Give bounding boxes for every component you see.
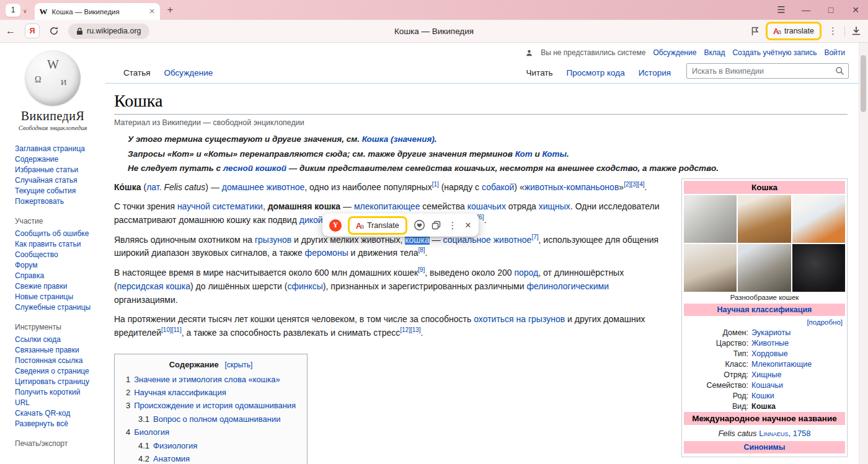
text-link[interactable]: домашнее животное [222,182,304,192]
sidebar-item[interactable]: Сведения о странице [15,366,92,377]
text-link[interactable]: Кот [515,149,533,159]
text-link[interactable]: млекопитающее [354,201,420,211]
scrollbar-thumb[interactable] [861,55,866,112]
toc-item[interactable]: 3Происхождение и история одомашнивания [126,399,296,412]
personal-link-create-account[interactable]: Создать учётную запись [732,48,817,57]
personal-link-discussion[interactable]: Обсуждение [653,48,696,57]
sidebar-item[interactable]: Форум [15,260,92,271]
reference-link[interactable]: [7] [531,234,538,240]
sidebar-item[interactable]: Ссылки сюда [15,335,92,345]
sidebar-item[interactable]: Цитировать страницу [15,377,92,387]
cat-photo[interactable] [684,244,737,292]
chevron-down-icon[interactable]: ∨ [23,8,27,14]
classification-header[interactable]: Научная классификация [684,304,845,316]
sidebar-item[interactable]: Случайная статья [15,175,92,186]
toc-item[interactable]: 3.1Вопрос о полном одомашнивании [126,413,296,426]
text-link[interactable]: научной систематики [177,201,263,211]
cat-photo[interactable] [684,195,737,243]
text-link[interactable]: охотиться на грызунов [474,314,565,324]
authority-link[interactable]: Linnaeus, 1758 [759,429,810,438]
text-link[interactable]: фелинологическими [526,281,609,291]
cat-photo[interactable] [792,244,845,292]
sidebar-item[interactable]: Развернуть всё [15,419,92,429]
toc-item[interactable]: 4Биология [126,426,296,439]
toc-item[interactable]: 2Научная классификация [126,386,296,399]
back-button[interactable]: ← [0,25,21,37]
text-link[interactable]: Кошка (значения) [362,134,435,144]
text-link[interactable]: Коты [542,149,567,159]
text-link[interactable]: пород [514,268,538,278]
toc-hide-link[interactable]: [скрыть] [224,361,252,369]
reference-link[interactable]: [10][11] [161,326,182,333]
toc-item[interactable]: 4.1Физиология [126,439,296,452]
browser-tab[interactable]: W Кошка — Википедия ✕ [35,3,160,20]
tab-discussion[interactable]: Обсуждение [157,63,220,83]
sidebar-item[interactable]: Новые страницы [15,292,92,302]
sidebar-item[interactable]: Связанные правки [15,345,92,356]
browser-menu-icon[interactable]: ☰ [769,4,794,15]
search-icon[interactable] [835,66,844,77]
tab-view-source[interactable]: Просмотр кода [560,63,632,83]
address-bar[interactable]: ru.wikipedia.org [68,24,149,39]
text-link[interactable]: хищных [539,201,570,211]
translate-button[interactable]: Aa translate [766,22,822,40]
tab-close-icon[interactable]: ✕ [149,7,154,15]
sidebar-item[interactable]: Текущие события [15,186,92,196]
sidebar-item[interactable]: Справка [15,271,92,281]
more-options-icon[interactable]: ⋮ [827,25,839,37]
text-link[interactable]: грызунов [255,235,291,245]
text-link[interactable]: персидская кошка [117,281,190,291]
taxon-link[interactable]: Животные [751,338,845,349]
sidebar-item[interactable]: Пожертвовать [15,196,92,207]
sidebar-item[interactable]: Сообщить об ошибке [15,229,92,239]
text-link[interactable]: феромоны [305,248,348,258]
bookmark-button[interactable] [749,25,760,37]
taxon-link[interactable]: Хищные [751,370,845,380]
synonyms-header[interactable]: Синонимы [684,441,845,453]
sidebar-item[interactable]: Содержание [15,154,92,165]
popup-close-icon[interactable]: ✕ [465,221,472,230]
text-link[interactable]: животных-компаньонов [525,182,619,192]
sidebar-item[interactable]: Служебные страницы [15,302,92,313]
tab-history[interactable]: История [632,63,678,83]
text-link[interactable]: собакой [482,182,514,192]
popup-more-icon[interactable]: ⋮ [447,220,459,231]
toc-item[interactable]: 4.2Анатомия [126,452,296,464]
popup-translate-button[interactable]: Aa Translate [348,216,407,235]
reload-button[interactable] [43,26,64,36]
text-link[interactable]: сфинксы [287,281,322,291]
wikipedia-wordmark[interactable]: ВикипедиЯ [0,109,105,123]
sidebar-item[interactable]: Скачать QR-код [15,408,92,419]
sidebar-item[interactable]: Избранные статьи [15,165,92,175]
tab-article[interactable]: Статья [117,63,157,83]
download-button[interactable] [851,25,862,37]
taxon-link[interactable]: Хордовые [751,349,845,359]
reference-link[interactable]: [12][13] [400,326,420,333]
text-link[interactable]: лесной кошкой [223,164,286,173]
favorite-icon[interactable] [414,219,425,231]
personal-link-login[interactable]: Войти [824,48,845,57]
sidebar-item[interactable]: Постоянная ссылка [15,356,92,366]
reference-link[interactable]: [9] [418,266,425,273]
toc-item[interactable]: 1Значение и этимология слова «кошка» [126,373,296,386]
sidebar-item[interactable]: Получить короткий URL [15,387,92,408]
text-link[interactable]: лат. [146,182,161,192]
sidebar-item[interactable]: Свежие правки [15,281,92,292]
new-tab-button[interactable]: + [167,4,174,16]
sidebar-item[interactable]: Как править статьи [15,239,92,250]
close-window-button[interactable]: ✕ [843,5,868,15]
reference-link[interactable]: [2][3][4] [624,181,644,188]
minimize-button[interactable]: — [794,5,818,15]
sidebar-item[interactable]: Заглавная страница [15,144,92,154]
text-link[interactable]: кошачьих [467,201,506,211]
cat-photo[interactable] [792,195,845,243]
tab-read[interactable]: Читать [520,63,560,83]
reference-link[interactable]: [1] [432,181,439,188]
taxon-link[interactable]: Млекопитающие [751,359,845,370]
page-scrollbar[interactable] [859,43,868,464]
maximize-button[interactable]: □ [818,5,843,15]
tab-counter-button[interactable]: 1 [6,4,20,17]
wikipedia-logo[interactable]: W Ω И [25,50,81,106]
copy-icon[interactable] [432,221,441,230]
taxon-link[interactable]: Кошачьи [751,380,845,391]
